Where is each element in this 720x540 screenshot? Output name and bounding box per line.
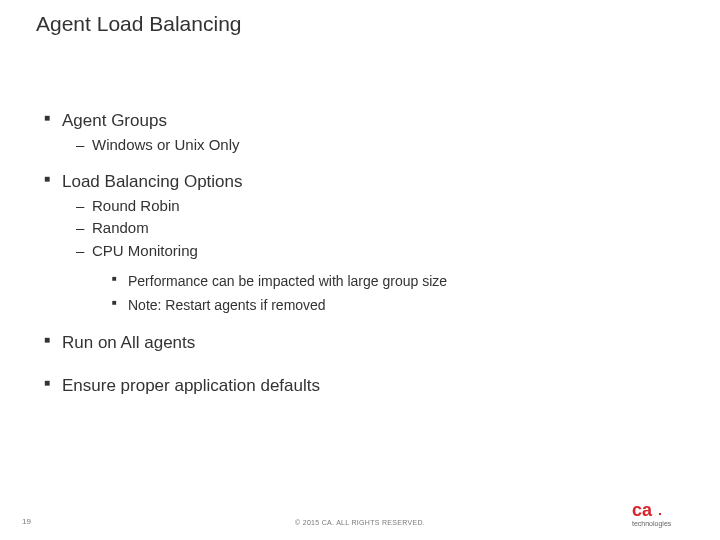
spacer	[36, 263, 676, 271]
subbullet-random: Random	[36, 218, 676, 238]
subbullet-win-unix: Windows or Unix Only	[36, 135, 676, 155]
content-body: Agent Groups Windows or Unix Only Load B…	[36, 110, 676, 400]
slide: Agent Load Balancing Agent Groups Window…	[0, 0, 720, 540]
ca-logo-mark: ca	[632, 500, 653, 520]
spacer	[36, 357, 676, 375]
slide-title: Agent Load Balancing	[36, 12, 242, 36]
bullet-agent-groups: Agent Groups	[36, 110, 676, 133]
ca-logo-subtext: technologies	[632, 520, 672, 528]
subbullet-round-robin: Round Robin	[36, 196, 676, 216]
svg-rect-0	[659, 513, 661, 515]
subsub-performance: Performance can be impacted with large g…	[36, 271, 676, 293]
bullet-ensure-defaults: Ensure proper application defaults	[36, 375, 676, 398]
footer-copyright: © 2015 CA. ALL RIGHTS RESERVED.	[0, 519, 720, 526]
subbullet-cpu-monitoring: CPU Monitoring	[36, 241, 676, 261]
bullet-run-all-agents: Run on All agents	[36, 332, 676, 355]
spacer	[36, 157, 676, 171]
spacer	[36, 318, 676, 332]
subsub-restart-note: Note: Restart agents if removed	[36, 295, 676, 317]
bullet-load-balancing: Load Balancing Options	[36, 171, 676, 194]
ca-logo: ca technologies	[632, 500, 702, 530]
